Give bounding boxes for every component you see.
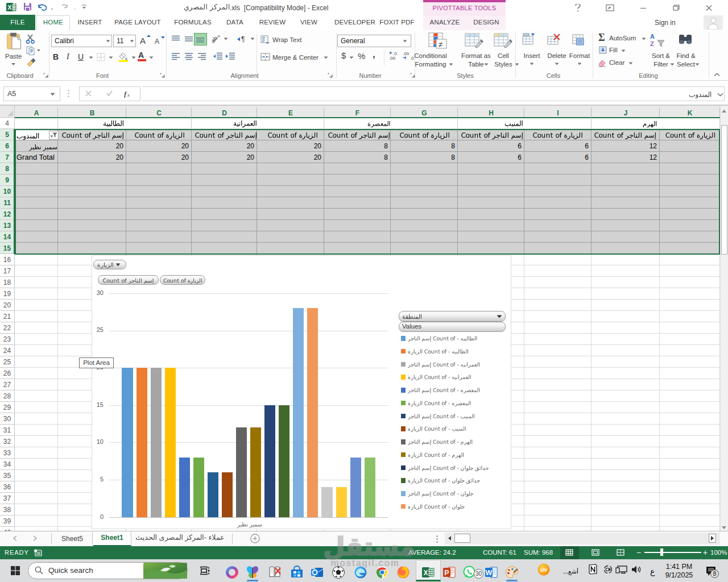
svg-text:P: P [444, 569, 449, 577]
svg-text:W: W [486, 569, 493, 577]
svg-text:UV: UV [540, 567, 548, 573]
svg-text:X: X [423, 569, 428, 577]
svg-text:≠: ≠ [439, 40, 443, 49]
svg-text:.00: .00 [389, 56, 396, 60]
svg-text:x: x [127, 92, 130, 98]
svg-text:¶: ¶ [241, 35, 245, 43]
svg-text:ab: ab [210, 35, 219, 44]
svg-text:X: X [7, 4, 12, 11]
svg-text:Z: Z [650, 40, 654, 47]
svg-text:A: A [650, 33, 655, 40]
svg-text:.00: .00 [403, 51, 410, 56]
